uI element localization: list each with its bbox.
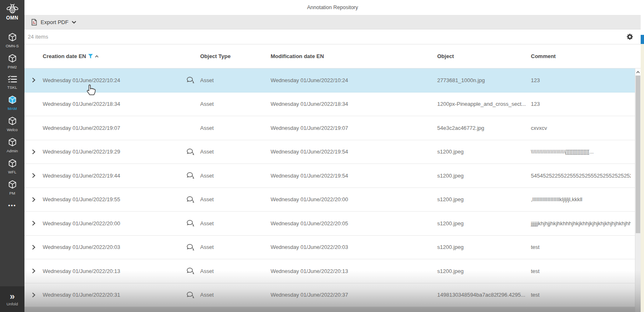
table-scrollbar[interactable] xyxy=(635,68,641,312)
expand-chevron-icon[interactable] xyxy=(32,78,36,83)
sidebar-item-admin[interactable]: Admin xyxy=(0,135,24,156)
expand-chevron-icon[interactable] xyxy=(32,245,36,250)
sidebar-item-label: PM xyxy=(9,191,15,195)
expand-chevron-icon[interactable] xyxy=(32,292,36,297)
column-header-creation-date[interactable]: Creation date EN xyxy=(43,53,180,59)
cell-modification-date: Wednesday 01/June/2022/20:00 xyxy=(271,196,437,202)
cell-comment: test xyxy=(531,268,631,274)
cell-object: s1200.jpeg xyxy=(437,268,531,274)
export-pdf-label: Export PDF xyxy=(41,19,68,25)
annotation-bubbles-icon[interactable] xyxy=(186,196,194,203)
sidebar-item-pm[interactable]: PM xyxy=(0,177,24,198)
window-scrollbar-thumb[interactable] xyxy=(641,35,644,44)
window-scrollbar[interactable] xyxy=(641,0,644,312)
cube-icon xyxy=(7,54,17,63)
cell-object-type: Asset xyxy=(200,196,271,202)
cell-comment: test xyxy=(531,292,631,298)
table-row[interactable]: Wednesday 01/June/2022/18:34 Asset Wedne… xyxy=(24,93,641,117)
sidebar-item-label: TSKL xyxy=(7,85,17,90)
expand-chevron-icon[interactable] xyxy=(32,197,36,202)
cell-modification-date: Wednesday 01/June/2022/20:05 xyxy=(271,220,437,227)
sidebar-more-button[interactable]: ••• xyxy=(0,202,24,209)
table-row[interactable]: Wednesday 01/June/2022/20:00 Asset Wedne… xyxy=(24,212,641,236)
annotation-bubbles-icon[interactable] xyxy=(186,220,194,227)
sidebar-item-wfl[interactable]: WFL xyxy=(0,156,24,177)
cell-comment: 123 xyxy=(531,101,631,107)
table-header: Creation date EN Object Type Modificatio… xyxy=(24,44,641,68)
annotation-bubbles-icon[interactable] xyxy=(186,172,194,179)
cell-creation-date: Wednesday 01/June/2022/20:03 xyxy=(43,244,180,250)
cell-object: s1200.jpeg xyxy=(437,149,531,155)
cell-modification-date: Wednesday 01/June/2022/10:24 xyxy=(271,77,437,83)
cell-object: s1200.jpeg xyxy=(437,220,531,227)
sidebar-item-label: PIM2 xyxy=(7,65,17,69)
column-header-object[interactable]: Object xyxy=(437,53,531,59)
column-header-object-type[interactable]: Object Type xyxy=(200,53,271,59)
table-row[interactable]: Wednesday 01/June/2022/20:13 Asset Wedne… xyxy=(24,259,641,283)
annotation-bubbles-icon[interactable] xyxy=(186,292,194,298)
annotation-bubbles-icon[interactable] xyxy=(186,149,194,155)
table-row[interactable]: Wednesday 01/June/2022/10:24 Asset Wedne… xyxy=(24,68,641,93)
sidebar-unfold-button[interactable]: » Unfold xyxy=(0,286,24,312)
table-row[interactable]: Wednesday 01/June/2022/19:07 Asset Wedne… xyxy=(24,116,641,140)
column-header-comment[interactable]: Comment xyxy=(531,53,631,59)
sidebar-item-label: WFL xyxy=(8,170,16,174)
table-row[interactable]: Wednesday 01/June/2022/19:29 Asset Wedne… xyxy=(24,140,641,164)
annotation-bubbles-icon[interactable] xyxy=(186,268,194,274)
table-row[interactable]: Wednesday 01/June/2022/19:55 Asset Wedne… xyxy=(24,188,641,212)
filter-icon[interactable] xyxy=(88,54,93,58)
sidebar-item-omn-s[interactable]: OMN-S xyxy=(0,30,24,51)
annotation-bubbles-icon[interactable] xyxy=(186,244,194,251)
export-pdf-button[interactable]: Export PDF xyxy=(31,19,76,26)
toolbar: Export PDF xyxy=(24,15,641,29)
cell-comment: test xyxy=(531,244,631,250)
cell-modification-date: Wednesday 01/June/2022/19:07 xyxy=(271,125,437,131)
cell-comment: cxvxcv xyxy=(531,125,631,131)
sidebar-item-tskl[interactable]: TSKL xyxy=(0,72,24,93)
sidebar-item-mam[interactable]: MAM xyxy=(0,93,24,114)
cell-creation-date: Wednesday 01/June/2022/20:00 xyxy=(43,220,180,227)
sidebar-item-label: Welco xyxy=(7,127,17,132)
gear-icon[interactable] xyxy=(626,33,633,40)
cell-creation-date: Wednesday 01/June/2022/19:29 xyxy=(43,149,180,155)
page-title: Annotation Repository xyxy=(307,5,358,10)
table-row[interactable]: Wednesday 01/June/2022/19:44 Asset Wedne… xyxy=(24,164,641,188)
cube-icon xyxy=(7,158,17,168)
sort-asc-icon xyxy=(95,55,99,58)
titlebar: Annotation Repository xyxy=(24,0,641,15)
cell-creation-date: Wednesday 01/June/2022/19:44 xyxy=(43,173,180,179)
cell-object: s1200.jpeg xyxy=(437,196,531,202)
expand-chevron-icon[interactable] xyxy=(32,149,36,154)
column-header-modification-date[interactable]: Modification date EN xyxy=(271,53,437,59)
cell-object-type: Asset xyxy=(200,173,271,179)
app-logo-label: OMN xyxy=(6,15,19,21)
sidebar-nav: OMN-S PIM2 xyxy=(0,30,24,198)
sidebar-item-label: MAM xyxy=(7,106,17,111)
expand-chevron-icon[interactable] xyxy=(32,173,36,178)
cell-creation-date: Wednesday 01/June/2022/20:31 xyxy=(43,292,180,298)
app-logo[interactable]: OMN xyxy=(0,0,24,21)
scroll-up-icon[interactable] xyxy=(635,68,641,76)
sidebar-item-pim2[interactable]: PIM2 xyxy=(0,51,24,72)
cell-object: 54e3c2ac46772.jpg xyxy=(437,125,531,131)
table-row[interactable]: Wednesday 01/June/2022/20:03 Asset Wedne… xyxy=(24,236,641,260)
double-chevron-right-icon: » xyxy=(10,292,15,301)
sidebar-item-label: OMN-S xyxy=(6,44,19,48)
cell-comment: \\\\\\\\\\\\\\\\\\\\\\\[[[[[[[[[[[[[[[[.… xyxy=(531,149,631,155)
cell-creation-date: Wednesday 01/June/2022/19:55 xyxy=(43,196,180,202)
expand-chevron-icon[interactable] xyxy=(32,268,36,273)
annotation-bubbles-icon[interactable] xyxy=(186,77,194,83)
bee-icon xyxy=(6,3,19,14)
pdf-file-icon xyxy=(31,19,37,26)
cell-object-type: Asset xyxy=(200,77,271,83)
sidebar-item-welco[interactable]: Welco xyxy=(0,114,24,135)
cell-object: 1200px-Pineapple_and_cross_sect... xyxy=(437,101,531,107)
table-row[interactable]: Wednesday 01/June/2022/20:31 Asset Wedne… xyxy=(24,283,641,307)
cell-modification-date: Wednesday 01/June/2022/19:54 xyxy=(271,173,437,179)
scrollbar-thumb[interactable] xyxy=(636,76,640,233)
expand-chevron-icon[interactable] xyxy=(32,221,36,226)
cell-modification-date: Wednesday 01/June/2022/19:54 xyxy=(271,149,437,155)
cell-modification-date: Wednesday 01/June/2022/20:37 xyxy=(271,292,437,298)
cell-object-type: Asset xyxy=(200,244,271,250)
main-panel: Annotation Repository Export PDF xyxy=(24,0,641,312)
